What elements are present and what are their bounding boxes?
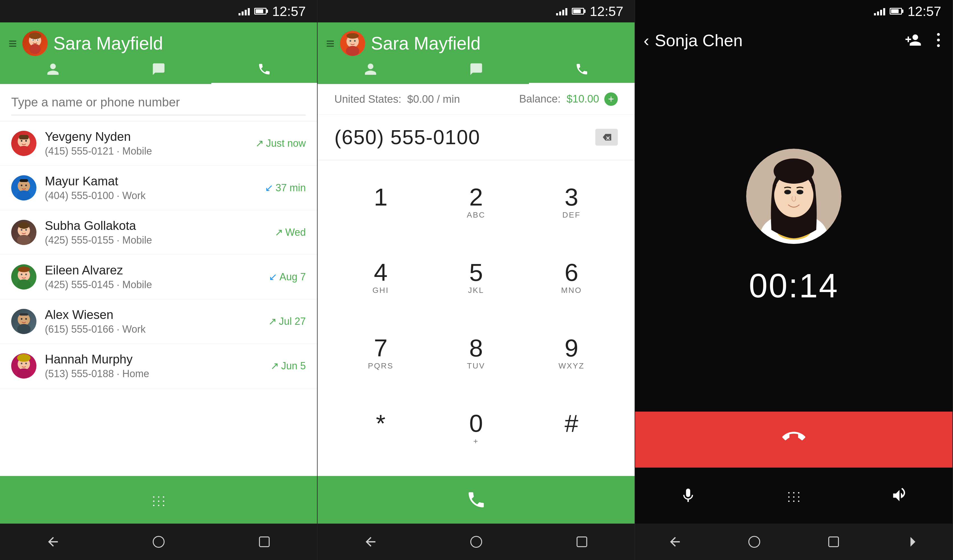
avatar-yevgeny [11,131,36,156]
svg-point-30 [25,318,27,320]
nav-arrow-3[interactable] [896,531,930,553]
call-item-eileen[interactable]: Eileen Alvarez (425) 555-0145 · Mobile ↙… [0,255,317,299]
sara-avatar-2 [340,31,365,56]
key-5[interactable]: 5 JKL [430,241,522,314]
add-credit-button[interactable]: + [604,93,618,106]
nav-home-3[interactable] [737,531,771,553]
avatar-subha [11,220,36,245]
dialed-number: (650) 555-0100 [334,126,590,149]
add-person-button[interactable] [905,32,922,50]
key-hash[interactable]: # [525,392,618,465]
more-options-button[interactable] [933,32,944,50]
nav-home-2[interactable] [459,531,493,553]
calls-icon-1 [257,62,271,79]
signal-icon-1 [239,7,250,15]
backspace-button[interactable] [595,129,618,145]
svg-point-21 [18,222,29,229]
keypad-grid: 1 2 ABC 3 DEF 4 GHI 5 JKL 6 MNO 7 PQRS [318,160,635,476]
speaker-button[interactable] [883,487,916,504]
dialpad-button-1[interactable] [150,491,167,508]
nav-back-2[interactable] [354,531,387,553]
call-item-mayur[interactable]: Mayur Kamat (404) 555-0100 · Work ↙ 37 m… [0,166,317,210]
app-header-2: ≡ Sara Mayfield [318,22,635,84]
header-tabs-2 [318,59,635,84]
call-time-subha: Wed [286,226,306,238]
hamburger-icon-2[interactable]: ≡ [326,36,334,51]
svg-point-4 [33,39,34,40]
tab-contacts-1[interactable] [0,59,106,84]
call-name-eileen: Eileen Alvarez [45,263,261,277]
header-top-2: ≡ Sara Mayfield [318,22,635,59]
key-star[interactable]: * [334,392,427,465]
status-icons-2 [556,7,584,15]
call-item-subha[interactable]: Subha Gollakota (425) 555-0155 · Mobile … [0,210,317,255]
back-button-3[interactable]: ‹ [644,31,649,50]
tab-messages-2[interactable] [423,59,529,84]
call-name-alex: Alex Wiesen [45,308,260,322]
nav-back-1[interactable] [36,531,70,553]
call-number-eileen: (425) 555-0145 · Mobile [45,279,261,291]
tab-calls-2[interactable] [529,59,635,84]
nav-home-1[interactable] [142,531,175,553]
end-call-button[interactable] [782,426,805,453]
call-meta-yevgeny: ↗ Just now [255,138,306,149]
mute-button[interactable] [671,487,705,504]
call-time-hannah: Jun 5 [281,360,306,372]
calls-icon-2 [575,62,589,79]
call-meta-hannah: ↗ Jun 5 [270,360,306,372]
call-info-alex: Alex Wiesen (615) 555-0166 · Work [45,308,260,335]
key-3[interactable]: 3 DEF [525,166,618,238]
svg-point-11 [25,140,27,142]
hamburger-icon-1[interactable]: ≡ [8,36,17,51]
key-1[interactable]: 1 [334,166,427,238]
call-time-alex: Jul 27 [279,316,306,327]
panel-1-call-log: 12:57 ≡ [0,0,318,560]
svg-point-5 [37,39,38,40]
call-button-2[interactable] [466,490,486,510]
tab-contacts-2[interactable] [318,59,423,84]
key-6[interactable]: 6 MNO [525,241,618,314]
svg-point-25 [25,274,27,275]
dialpad-button-3[interactable] [777,487,810,504]
key-2[interactable]: 2 ABC [430,166,522,238]
call-meta-eileen: ↙ Aug 7 [269,271,306,283]
search-input-1[interactable] [11,95,306,109]
key-8[interactable]: 8 TUV [430,317,522,390]
status-time-3: 12:57 [908,4,941,19]
nav-back-3[interactable] [658,531,692,553]
call-item-hannah[interactable]: Hannah Murphy (513) 555-0188 · Home ↗ Ju… [0,344,317,388]
nav-bar-1 [0,524,317,560]
svg-marker-61 [910,537,915,547]
svg-point-45 [470,537,481,548]
nav-recent-2[interactable] [565,531,599,553]
key-9[interactable]: 9 WXYZ [525,317,618,390]
call-name-yevgeny: Yevgeny Nyden [45,130,247,144]
nav-recent-1[interactable] [247,531,281,553]
call-item-alex[interactable]: Alex Wiesen (615) 555-0166 · Work ↗ Jul … [0,299,317,344]
nav-recent-3[interactable] [817,531,851,553]
rate-country: United States: $0.00 / min [334,93,460,105]
svg-point-34 [21,363,22,364]
call-direction-eileen: ↙ [269,271,277,283]
tab-calls-1[interactable] [211,59,317,84]
svg-point-28 [17,324,31,334]
svg-point-26 [18,266,30,272]
status-icons-1 [239,7,267,15]
call-number-mayur: (404) 555-0100 · Work [45,190,256,202]
svg-point-41 [346,46,359,56]
call-header-3: ‹ Sonja Chen [635,22,953,59]
key-0[interactable]: 0 + [430,392,522,465]
tab-messages-1[interactable] [106,59,211,84]
call-item-yevgeny[interactable]: Yevgeny Nyden (415) 555-0121 · Mobile ↗ … [0,121,317,166]
call-info-hannah: Hannah Murphy (513) 555-0188 · Home [45,352,262,380]
active-call-body: 00:14 [635,59,953,411]
status-time-2: 12:57 [590,4,623,19]
svg-point-56 [784,190,791,194]
header-title-2: Sara Mayfield [371,33,626,54]
call-number-alex: (615) 555-0166 · Work [45,323,260,335]
call-info-yevgeny: Yevgeny Nyden (415) 555-0121 · Mobile [45,130,247,157]
key-4[interactable]: 4 GHI [334,241,427,314]
key-7[interactable]: 7 PQRS [334,317,427,390]
dialpad-number-row: (650) 555-0100 [318,114,635,160]
messages-icon-2 [469,62,483,79]
